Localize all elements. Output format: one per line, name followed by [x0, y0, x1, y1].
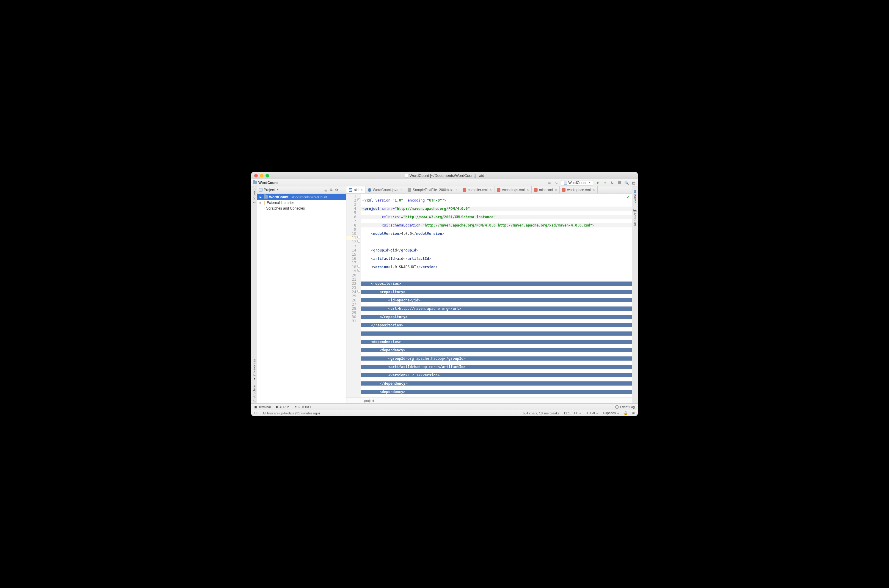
status-message: All files are up-to-date (31 minutes ago… [263, 411, 320, 415]
code-editor[interactable]: <?xml version="1.0" encoding="UTF-8"?> <… [361, 194, 632, 398]
terminal-tool-button[interactable]: ▣ Terminal [254, 405, 271, 409]
close-icon[interactable]: × [360, 188, 363, 192]
breadcrumb[interactable]: WordCount [258, 181, 278, 185]
search-icon[interactable]: 🔍 [624, 180, 629, 185]
status-chars: 554 chars, 18 line breaks [523, 411, 559, 415]
tree-root[interactable]: ▶ WordCount ~/Documents/WordCount [257, 194, 346, 200]
ant-tool-button[interactable]: 🐜Ant Build [633, 207, 637, 227]
status-line-separator[interactable]: LF ⌄ [574, 411, 581, 415]
tree-scratches[interactable]: ▫ Scratches and Consoles [257, 206, 346, 211]
editor-area: maid× WordCount.java× SampleTextFile_200… [346, 186, 632, 404]
status-indent[interactable]: 4 spaces ⌄ [603, 411, 619, 415]
java-icon [368, 188, 371, 192]
close-icon[interactable]: × [455, 188, 458, 192]
close-window[interactable] [254, 174, 258, 177]
status-icon[interactable]: ☐ [254, 411, 257, 415]
window-title: WordCount [~/Documents/WordCount] - aid [405, 173, 484, 178]
run-config-selector[interactable]: WordCount [561, 180, 593, 186]
run-button[interactable]: ▶ [596, 180, 600, 185]
left-tool-strip: 1: Project ★2: Favorites 7: Structure [251, 186, 257, 404]
sync-icon[interactable]: ▭ [547, 180, 551, 185]
maven-icon: m [349, 188, 352, 192]
fold-toggle[interactable]: − [357, 240, 360, 243]
fold-toggle[interactable]: − [357, 198, 360, 201]
fold-toggle[interactable]: − [357, 290, 360, 292]
text-icon [408, 188, 411, 192]
bottom-tool-bar: ▣ Terminal ▶ 4: Run ≡ 6: TODO ◯ Event Lo… [251, 404, 638, 410]
project-panel: Project ◎ ⇊ ⚙ — ▶ WordCount ~/Documents/… [257, 186, 346, 404]
window-controls [254, 174, 269, 177]
xml-icon [562, 188, 566, 192]
maven-tool-button[interactable]: mMaven [633, 189, 637, 204]
fold-toggle[interactable]: − [357, 236, 360, 238]
editor-body[interactable]: ✔ 12345 678910 1112131415 1617181920 212… [346, 194, 632, 398]
minimize-window[interactable] [260, 174, 263, 177]
favorites-tool-button[interactable]: ★2: Favorites [252, 358, 256, 382]
close-icon[interactable]: × [593, 188, 595, 192]
structure-tool-button[interactable]: 7: Structure [252, 384, 256, 404]
folder-icon [264, 195, 268, 199]
project-tool-button[interactable]: 1: Project [252, 188, 256, 204]
tab-compiler-xml[interactable]: compiler.xml× [460, 186, 494, 193]
xml-icon [534, 188, 538, 192]
settings-icon[interactable]: ▤ [631, 180, 636, 185]
module-icon [564, 181, 567, 184]
run-tool-button[interactable]: ▶ 4: Run [276, 405, 289, 409]
gutter[interactable]: 12345 678910 1112131415 1617181920 21222… [346, 194, 361, 398]
project-icon [259, 188, 263, 192]
close-icon[interactable]: × [555, 188, 557, 192]
project-panel-header: Project ◎ ⇊ ⚙ — [257, 186, 346, 194]
status-position[interactable]: 11:1 [563, 411, 570, 415]
editor-breadcrumb[interactable]: project [346, 398, 632, 404]
status-bar: ☐ All files are up-to-date (31 minutes a… [251, 410, 638, 416]
xml-icon [497, 188, 500, 192]
stop-button[interactable] [617, 180, 622, 185]
folder-icon [253, 181, 257, 184]
todo-tool-button[interactable]: ≡ 6: TODO [295, 405, 311, 409]
tab-misc-xml[interactable]: misc.xml× [532, 186, 560, 193]
debug-button[interactable]: ⌖ [603, 180, 607, 185]
tab-wordcount-java[interactable]: WordCount.java× [365, 186, 405, 193]
locate-icon[interactable]: ◎ [324, 188, 327, 192]
tab-sample-txt[interactable]: SampleTextFile_200kb.txt× [405, 186, 460, 193]
fold-toggle[interactable]: − [357, 265, 360, 267]
tree-external-libs[interactable]: ▶ ∥ External Libraries [257, 200, 346, 206]
scratch-icon: ▫ [264, 206, 265, 210]
close-icon[interactable]: × [401, 188, 402, 192]
ide-window: WordCount [~/Documents/WordCount] - aid … [251, 172, 638, 416]
library-icon: ∥ [264, 201, 266, 205]
build-icon[interactable]: ↘ [554, 180, 559, 185]
maximize-window[interactable] [266, 174, 269, 177]
event-log-button[interactable]: ◯ Event Log [615, 405, 635, 409]
tab-aid[interactable]: maid× [346, 186, 365, 193]
close-icon[interactable]: × [527, 188, 529, 192]
navigation-bar: WordCount ▭ ↘ WordCount ▶ ⌖ ↻ 🔍 ▤ [251, 179, 638, 186]
right-tool-strip: mMaven 🐜Ant Build [632, 186, 638, 404]
run-config-label: WordCount [569, 181, 586, 185]
gear-icon[interactable]: ⚙ [335, 188, 338, 192]
run-coverage-button[interactable]: ↻ [610, 180, 614, 185]
lock-icon[interactable]: 🔓 [623, 411, 628, 415]
titlebar: WordCount [~/Documents/WordCount] - aid [251, 172, 638, 179]
fold-toggle[interactable]: − [357, 269, 360, 272]
close-icon[interactable]: × [490, 188, 492, 192]
editor-tabs: maid× WordCount.java× SampleTextFile_200… [346, 186, 632, 194]
status-extra-icon[interactable]: ⊕ [632, 411, 635, 415]
xml-icon [463, 188, 466, 192]
hide-panel-icon[interactable]: — [341, 188, 344, 192]
project-view-selector[interactable]: Project [259, 188, 279, 192]
project-tree[interactable]: ▶ WordCount ~/Documents/WordCount ▶ ∥ Ex… [257, 194, 346, 404]
status-encoding[interactable]: UTF-8 ⌄ [586, 411, 599, 415]
tab-workspace-xml[interactable]: workspace.xml× [560, 186, 597, 193]
tab-encodings-xml[interactable]: encodings.xml× [494, 186, 532, 193]
collapse-icon[interactable]: ⇊ [330, 188, 333, 192]
